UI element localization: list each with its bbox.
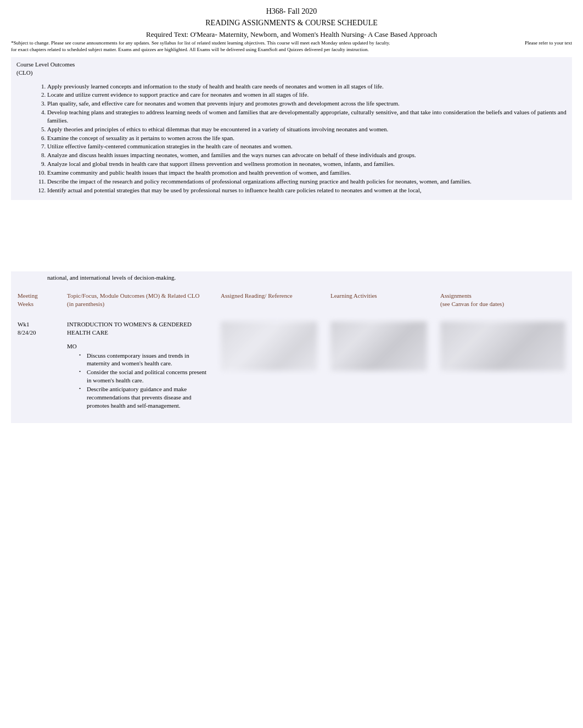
required-text-line: Required Text: O'Meara- Maternity, Newbo…: [11, 30, 572, 40]
topic-title: INTRODUCTION TO WOMEN'S & GENDERED HEALT…: [67, 320, 208, 337]
col-header-topic: Topic/Focus, Module Outcomes (MO) & Rela…: [60, 285, 214, 315]
clo-continuation: national, and international levels of de…: [11, 271, 572, 285]
clo-item: Analyze local and global trends in healt…: [47, 160, 567, 168]
cell-reading: [214, 315, 324, 415]
col-header-assign-line1: Assignments: [440, 292, 472, 299]
col-header-assign-sub: (see Canvas for due dates): [440, 301, 504, 307]
clo-item: Examine the concept of sexuality as it p…: [47, 134, 567, 142]
fineprint-line2: for exact chapters related to scheduled …: [11, 47, 369, 52]
mo-item: Consider the social and political concer…: [79, 368, 208, 385]
cell-assignments: [434, 315, 572, 415]
week-date: 8/24/20: [18, 329, 36, 336]
col-header-topic-line1: Topic/Focus, Module Outcomes (MO) & Rela…: [67, 292, 200, 299]
clo-item: Describe the impact of the research and …: [47, 177, 567, 186]
col-header-topic-paren: (in parenthesis): [67, 301, 104, 307]
clo-item: Plan quality, safe, and effective care f…: [47, 99, 567, 108]
schedule-header-row: Meeting Weeks Topic/Focus, Module Outcom…: [11, 285, 572, 315]
clo-item: Identify actual and potential strategies…: [47, 186, 567, 194]
clo-item: Apply previously learned concepts and in…: [47, 82, 567, 91]
clo-item: Utilize effective family-centered commun…: [47, 142, 567, 151]
col-header-learning: Learning Activities: [324, 285, 434, 315]
blurred-content: [330, 321, 427, 371]
clo-heading: Course Level Outcomes: [16, 60, 567, 69]
clo-item: Analyze and discuss health issues impact…: [47, 151, 567, 159]
clo-section: Course Level Outcomes (CLO) Apply previo…: [11, 57, 572, 201]
col-header-meeting: Meeting Weeks: [11, 285, 60, 315]
clo-item: Examine community and public health issu…: [47, 169, 567, 177]
fineprint-main: *Subject to change. Please see course an…: [11, 40, 390, 46]
table-row: Wk1 8/24/20 INTRODUCTION TO WOMEN'S & GE…: [11, 315, 572, 415]
clo-paren: (CLO): [16, 69, 567, 77]
mo-list: Discuss contemporary issues and trends i…: [67, 352, 208, 410]
document-subtitle: READING ASSIGNMENTS & COURSE SCHEDULE: [11, 18, 572, 29]
col-header-reading: Assigned Reading/ Reference: [214, 285, 324, 315]
clo-item: Develop teaching plans and strategies to…: [47, 108, 567, 125]
cell-meeting: Wk1 8/24/20: [11, 315, 60, 415]
blurred-content: [221, 321, 317, 371]
cell-topic: INTRODUCTION TO WOMEN'S & GENDERED HEALT…: [60, 315, 214, 415]
mo-item: Describe anticipatory guidance and make …: [79, 385, 208, 410]
clo-item: Locate and utilize current evidence to s…: [47, 91, 567, 99]
cell-learning: [324, 315, 434, 415]
mo-label: MO: [67, 342, 208, 351]
mo-item: Discuss contemporary issues and trends i…: [79, 352, 208, 368]
fineprint-refer: Please refer to your text: [525, 40, 572, 46]
course-code-title: H368- Fall 2020: [11, 7, 572, 17]
schedule-table: Meeting Weeks Topic/Focus, Module Outcom…: [11, 285, 572, 423]
clo-list: Apply previously learned concepts and in…: [16, 82, 567, 194]
week-label: Wk1: [18, 321, 29, 327]
fineprint-block: Please refer to your text *Subject to ch…: [11, 40, 572, 53]
clo-item: Apply theories and principles of ethics …: [47, 125, 567, 134]
col-header-assignments: Assignments (see Canvas for due dates): [434, 285, 572, 315]
blurred-content: [440, 321, 565, 371]
table-row-spacer: [11, 415, 572, 423]
